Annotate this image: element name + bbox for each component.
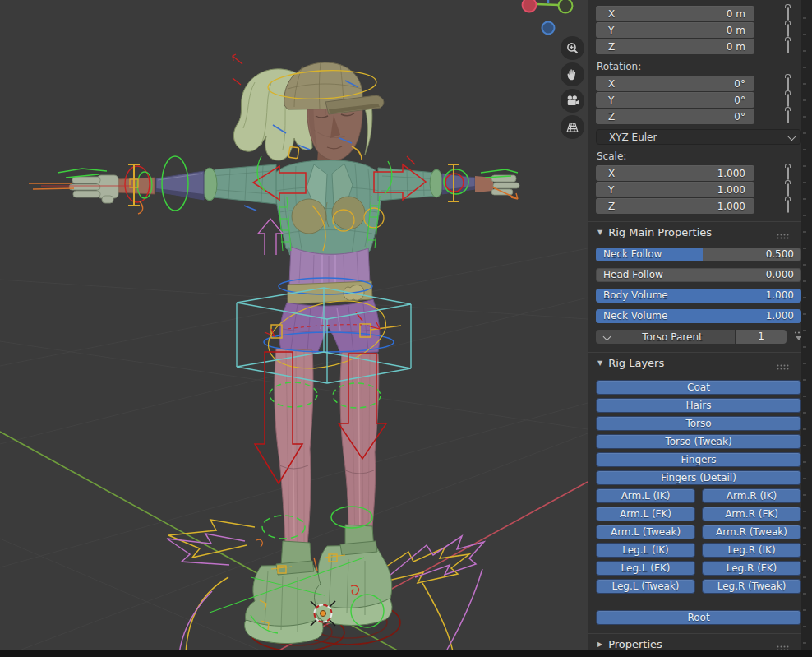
sidebar-edge-strip: [801, 0, 812, 657]
layer-button-coat[interactable]: Coat: [596, 380, 801, 395]
layer-button-arm-r-ik[interactable]: Arm.R (IK): [702, 488, 801, 503]
lock-icon[interactable]: [787, 200, 789, 213]
layer-button-torso[interactable]: Torso: [596, 416, 801, 431]
right-cuff: [430, 169, 443, 197]
location-x-field[interactable]: X 0 m: [596, 6, 754, 21]
torso-parent-menu[interactable]: Torso Parent: [596, 330, 735, 344]
head-follow-slider[interactable]: Head Follow 0.000: [596, 268, 801, 282]
scale-y-field[interactable]: Y 1.000: [596, 182, 754, 197]
neck-follow-slider[interactable]: Neck Follow 0.500: [596, 248, 801, 261]
scale-section-label: Scale:: [597, 150, 801, 164]
panel-grip-icon[interactable]: [777, 229, 790, 242]
panel-expanded-icon: ▼: [597, 229, 602, 236]
layer-button-leg-r-tweak[interactable]: Leg.R (Tweak): [702, 579, 801, 594]
rotation-section-label: Rotation:: [597, 60, 801, 74]
layer-button-leg-l-ik[interactable]: Leg.L (IK): [596, 543, 695, 558]
rig-layers-header[interactable]: ▼ Rig Layers: [588, 352, 801, 373]
location-section-label: Location:: [588, 0, 801, 3]
layer-button-torso-tweak[interactable]: Torso (Tweak): [596, 434, 801, 449]
lock-icon[interactable]: [787, 110, 789, 123]
rotation-z-field[interactable]: Z 0°: [596, 109, 754, 124]
y-axis-stick: [536, 4, 559, 5]
layer-button-arm-l-fk[interactable]: Arm.L (FK): [596, 507, 695, 521]
lock-icon[interactable]: [787, 94, 789, 107]
lock-icon[interactable]: [787, 183, 789, 197]
chevron-down-icon: [787, 131, 796, 140]
panel-collapsed-icon: ▶: [597, 641, 602, 648]
left-cuff: [202, 168, 217, 201]
chest-left: [292, 199, 326, 234]
layer-button-arm-r-fk[interactable]: Arm.R (FK): [702, 507, 801, 521]
waist-arrow: [258, 219, 283, 255]
sidebar-panel: Location: X 0 m Y 0 m Z 0 m Rotation: X …: [588, 0, 801, 657]
gizmo-z-ball[interactable]: [542, 22, 555, 35]
gizmo-y-ball[interactable]: [559, 0, 573, 13]
grid-button[interactable]: [561, 115, 584, 139]
scale-z-field[interactable]: Z 1.000: [596, 198, 754, 214]
chest-right: [332, 197, 365, 229]
lock-icon[interactable]: [787, 77, 789, 90]
left-hand: [69, 175, 118, 203]
panel-grip-icon[interactable]: [777, 360, 790, 372]
layer-button-arm-l-tweak[interactable]: Arm.L (Tweak): [596, 525, 695, 539]
neck-volume-slider[interactable]: Neck Volume 1.000: [596, 309, 801, 323]
camera-button[interactable]: [561, 89, 584, 113]
layer-button-leg-r-fk[interactable]: Leg.R (FK): [702, 561, 801, 576]
layer-button-arm-r-tweak[interactable]: Arm.R (Tweak): [702, 525, 801, 539]
window-bottom-edge: [0, 650, 812, 657]
body-volume-slider[interactable]: Body Volume 1.000: [596, 289, 801, 303]
lock-icon[interactable]: [787, 24, 789, 37]
scale-x-field[interactable]: X 1.000: [596, 165, 754, 181]
cursor-3d: [311, 601, 335, 626]
nav-gizmo[interactable]: [518, 0, 588, 41]
camera-icon: [565, 94, 579, 108]
left-sleeve: [208, 164, 276, 204]
rotation-x-field[interactable]: X 0°: [596, 76, 754, 91]
lock-icon[interactable]: [787, 167, 789, 180]
layer-button-fingers[interactable]: Fingers: [596, 452, 801, 467]
layer-button-root[interactable]: Root: [596, 610, 801, 625]
right-hand-fingers: [491, 175, 519, 195]
zoom-button[interactable]: [561, 36, 584, 60]
layer-button-leg-l-fk[interactable]: Leg.L (FK): [596, 561, 695, 576]
rig-main-properties-header[interactable]: ▼ Rig Main Properties: [588, 221, 801, 243]
right-hand-skin: [475, 176, 493, 192]
gizmo-x-ball[interactable]: [523, 0, 537, 12]
rotation-mode-dropdown[interactable]: XYZ Euler: [596, 129, 801, 145]
torso-parent-row: Torso Parent 1: [596, 330, 801, 344]
panel-expanded-icon: ▼: [597, 359, 602, 367]
layer-button-hairs[interactable]: Hairs: [596, 398, 801, 413]
location-z-field[interactable]: Z 0 m: [596, 39, 754, 54]
pan-hand-icon: [565, 67, 579, 81]
lock-icon[interactable]: [787, 40, 789, 53]
right-boot: [315, 525, 393, 625]
blender-window: Location: X 0 m Y 0 m Z 0 m Rotation: X …: [0, 0, 812, 657]
layer-button-leg-r-ik[interactable]: Leg.R (IK): [702, 543, 801, 558]
pan-button[interactable]: [561, 62, 584, 86]
layer-button-leg-l-tweak[interactable]: Leg.L (Tweak): [596, 579, 695, 594]
zoom-icon: [565, 41, 579, 55]
lock-icon[interactable]: [787, 7, 789, 21]
grid-icon: [565, 120, 579, 134]
viewport-nav-toolbar: [561, 36, 584, 139]
layer-button-arm-l-ik[interactable]: Arm.L (IK): [596, 488, 695, 503]
hip-box: [237, 288, 411, 383]
rotation-y-field[interactable]: Y 0°: [596, 92, 754, 108]
location-y-field[interactable]: Y 0 m: [596, 22, 754, 38]
layer-button-fingers-detail[interactable]: Fingers (Detail): [596, 470, 801, 485]
torso-parent-value-field[interactable]: 1: [736, 330, 787, 344]
